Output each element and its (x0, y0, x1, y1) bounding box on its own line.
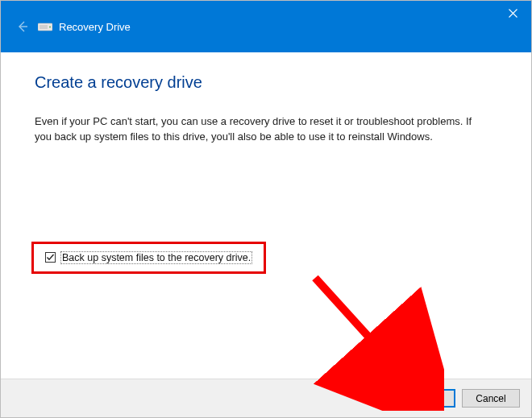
annotation-highlight-box: Back up system files to the recovery dri… (31, 242, 266, 274)
close-button[interactable] (494, 1, 531, 25)
backup-files-label: Back up system files to the recovery dri… (60, 251, 252, 264)
content-area: Create a recovery drive Even if your PC … (1, 52, 531, 379)
back-button[interactable] (14, 18, 31, 35)
backup-files-checkbox[interactable] (45, 252, 56, 263)
svg-rect-1 (39, 25, 48, 29)
next-rest: ext (423, 393, 436, 404)
svg-line-4 (315, 278, 416, 389)
window-title: Recovery Drive (59, 21, 131, 33)
description-text: Even if your PC can't start, you can use… (35, 114, 482, 145)
back-arrow-icon (16, 20, 29, 33)
next-button[interactable]: Next (397, 389, 455, 408)
cancel-button[interactable]: Cancel (462, 389, 520, 408)
close-icon (509, 9, 517, 18)
footer: Next Cancel (1, 379, 531, 417)
checkmark-icon (46, 253, 55, 262)
drive-icon (38, 21, 52, 32)
svg-point-2 (49, 27, 51, 28)
recovery-drive-window: Recovery Drive Create a recovery drive E… (0, 0, 532, 418)
page-heading: Create a recovery drive (35, 73, 497, 92)
titlebar: Recovery Drive (1, 1, 531, 52)
